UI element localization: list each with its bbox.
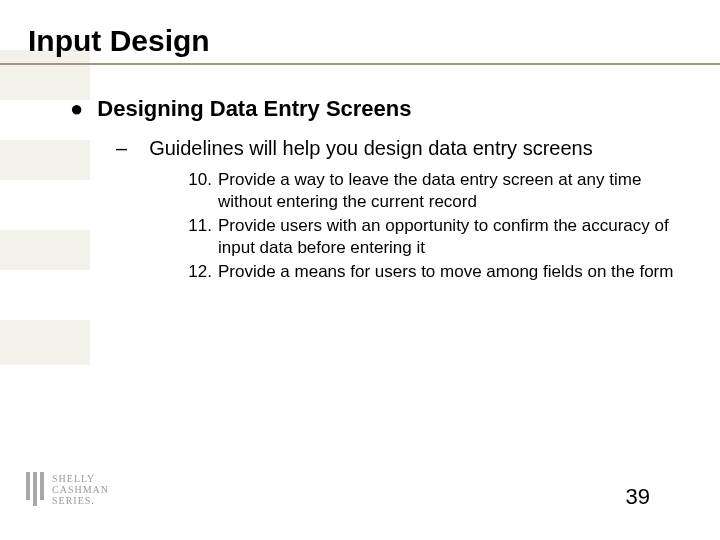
bullet-level-2: – Guidelines will help you design data e…	[116, 135, 680, 161]
bullet-level-1: ● Designing Data Entry Screens	[70, 95, 680, 123]
bullet-dot-icon: ●	[70, 95, 83, 123]
slide-body: ● Designing Data Entry Screens – Guideli…	[70, 95, 680, 285]
list-item-text: Provide users with an opportunity to con…	[218, 215, 680, 259]
slide: Input Design ● Designing Data Entry Scre…	[0, 0, 720, 540]
publisher-logo: SHELLY CASHMAN SERIES.	[26, 472, 109, 506]
bullet-level-2-text: Guidelines will help you design data ent…	[149, 135, 593, 161]
logo-bars-icon	[26, 472, 44, 506]
logo-line: CASHMAN	[52, 484, 109, 495]
list-item-number: 12.	[186, 261, 212, 283]
list-item: 11. Provide users with an opportunity to…	[186, 215, 680, 259]
dash-icon: –	[116, 135, 127, 161]
title-underline	[0, 63, 720, 65]
logo-line: SERIES.	[52, 495, 109, 506]
logo-line: SHELLY	[52, 473, 109, 484]
numbered-list: 10. Provide a way to leave the data entr…	[186, 169, 680, 283]
list-item-text: Provide a means for users to move among …	[218, 261, 673, 283]
list-item-number: 11.	[186, 215, 212, 259]
bullet-level-1-text: Designing Data Entry Screens	[97, 95, 411, 123]
list-item: 10. Provide a way to leave the data entr…	[186, 169, 680, 213]
slide-title: Input Design	[28, 24, 210, 58]
logo-text: SHELLY CASHMAN SERIES.	[52, 473, 109, 506]
list-item-text: Provide a way to leave the data entry sc…	[218, 169, 680, 213]
page-number: 39	[626, 484, 650, 510]
list-item-number: 10.	[186, 169, 212, 213]
list-item: 12. Provide a means for users to move am…	[186, 261, 680, 283]
